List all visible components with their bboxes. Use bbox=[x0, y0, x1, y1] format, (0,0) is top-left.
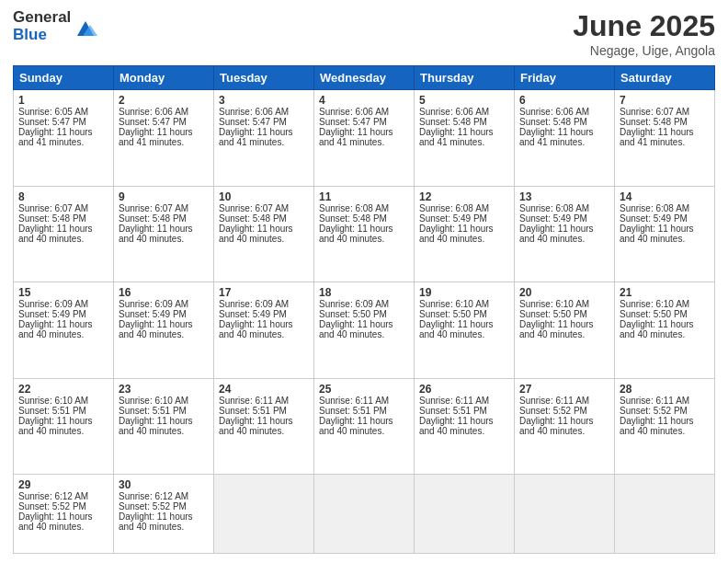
day-number: 21 bbox=[620, 286, 710, 299]
daylight-label: Daylight: 11 hoursand 41 minutes. bbox=[419, 127, 509, 147]
day-number: 27 bbox=[519, 383, 609, 396]
calendar-cell: 8Sunrise: 6:07 AMSunset: 5:48 PMDaylight… bbox=[14, 186, 114, 282]
daylight-label: Daylight: 11 hoursand 40 minutes. bbox=[519, 319, 609, 339]
sunrise-label: Sunrise: 6:08 AM bbox=[419, 203, 509, 213]
sunset-label: Sunset: 5:48 PM bbox=[18, 213, 108, 224]
day-number: 2 bbox=[119, 94, 209, 107]
sunrise-label: Sunrise: 6:11 AM bbox=[319, 396, 409, 406]
day-number: 12 bbox=[419, 190, 509, 203]
sunset-label: Sunset: 5:48 PM bbox=[419, 117, 509, 127]
sunrise-label: Sunrise: 6:06 AM bbox=[419, 107, 509, 117]
header-sunday: Sunday bbox=[14, 66, 114, 90]
sunset-label: Sunset: 5:49 PM bbox=[519, 213, 609, 224]
sunset-label: Sunset: 5:50 PM bbox=[319, 309, 409, 319]
sunset-label: Sunset: 5:51 PM bbox=[219, 406, 309, 416]
daylight-label: Daylight: 11 hoursand 40 minutes. bbox=[219, 416, 309, 436]
sunrise-label: Sunrise: 6:09 AM bbox=[119, 299, 209, 309]
sunset-label: Sunset: 5:48 PM bbox=[620, 117, 710, 127]
week-row-3: 15Sunrise: 6:09 AMSunset: 5:49 PMDayligh… bbox=[14, 282, 715, 379]
day-number: 26 bbox=[419, 383, 509, 396]
sunset-label: Sunset: 5:50 PM bbox=[519, 309, 609, 319]
header-saturday: Saturday bbox=[615, 66, 715, 90]
day-number: 14 bbox=[620, 190, 710, 203]
daylight-label: Daylight: 11 hoursand 41 minutes. bbox=[219, 127, 309, 147]
sunrise-label: Sunrise: 6:11 AM bbox=[219, 396, 309, 406]
day-number: 28 bbox=[620, 383, 710, 396]
sunset-label: Sunset: 5:48 PM bbox=[219, 213, 309, 224]
calendar-cell bbox=[615, 475, 715, 554]
day-number: 9 bbox=[119, 190, 209, 203]
daylight-label: Daylight: 11 hoursand 40 minutes. bbox=[620, 224, 710, 244]
sunrise-label: Sunrise: 6:06 AM bbox=[219, 107, 309, 117]
daylight-label: Daylight: 11 hoursand 40 minutes. bbox=[119, 319, 209, 339]
calendar-cell bbox=[415, 475, 515, 554]
week-row-2: 8Sunrise: 6:07 AMSunset: 5:48 PMDaylight… bbox=[14, 186, 715, 282]
logo-general: General bbox=[13, 9, 71, 27]
header-tuesday: Tuesday bbox=[214, 66, 314, 90]
day-number: 29 bbox=[18, 478, 108, 491]
daylight-label: Daylight: 11 hoursand 41 minutes. bbox=[18, 127, 108, 147]
day-number: 18 bbox=[319, 286, 409, 299]
sunset-label: Sunset: 5:51 PM bbox=[119, 406, 209, 416]
logo-text: General Blue bbox=[13, 9, 71, 43]
logo-icon bbox=[74, 16, 97, 40]
daylight-label: Daylight: 11 hoursand 40 minutes. bbox=[119, 224, 209, 244]
sunset-label: Sunset: 5:47 PM bbox=[219, 117, 309, 127]
daylight-label: Daylight: 11 hoursand 41 minutes. bbox=[319, 127, 409, 147]
daylight-label: Daylight: 11 hoursand 40 minutes. bbox=[319, 416, 409, 436]
sunrise-label: Sunrise: 6:06 AM bbox=[319, 107, 409, 117]
calendar-cell: 12Sunrise: 6:08 AMSunset: 5:49 PMDayligh… bbox=[415, 186, 515, 282]
calendar-cell: 29Sunrise: 6:12 AMSunset: 5:52 PMDayligh… bbox=[14, 475, 114, 554]
day-number: 30 bbox=[119, 478, 209, 491]
sunset-label: Sunset: 5:52 PM bbox=[119, 501, 209, 511]
daylight-label: Daylight: 11 hoursand 41 minutes. bbox=[620, 127, 710, 147]
calendar-cell: 23Sunrise: 6:10 AMSunset: 5:51 PMDayligh… bbox=[114, 378, 214, 475]
sunset-label: Sunset: 5:51 PM bbox=[319, 406, 409, 416]
sunrise-label: Sunrise: 6:07 AM bbox=[219, 203, 309, 213]
weekday-header-row: Sunday Monday Tuesday Wednesday Thursday… bbox=[14, 66, 715, 90]
calendar-table: Sunday Monday Tuesday Wednesday Thursday… bbox=[13, 65, 715, 554]
sunset-label: Sunset: 5:47 PM bbox=[119, 117, 209, 127]
sunrise-label: Sunrise: 6:08 AM bbox=[519, 203, 609, 213]
daylight-label: Daylight: 11 hoursand 40 minutes. bbox=[219, 319, 309, 339]
day-number: 1 bbox=[18, 94, 108, 107]
sunset-label: Sunset: 5:52 PM bbox=[519, 406, 609, 416]
sunset-label: Sunset: 5:48 PM bbox=[519, 117, 609, 127]
sunset-label: Sunset: 5:51 PM bbox=[419, 406, 509, 416]
calendar-cell: 17Sunrise: 6:09 AMSunset: 5:49 PMDayligh… bbox=[214, 282, 314, 379]
header-thursday: Thursday bbox=[415, 66, 515, 90]
daylight-label: Daylight: 11 hoursand 40 minutes. bbox=[519, 416, 609, 436]
calendar-cell: 16Sunrise: 6:09 AMSunset: 5:49 PMDayligh… bbox=[114, 282, 214, 379]
daylight-label: Daylight: 11 hoursand 40 minutes. bbox=[18, 511, 108, 532]
day-number: 20 bbox=[519, 286, 609, 299]
calendar-cell: 2Sunrise: 6:06 AMSunset: 5:47 PMDaylight… bbox=[114, 90, 214, 187]
sunset-label: Sunset: 5:52 PM bbox=[620, 406, 710, 416]
sunset-label: Sunset: 5:49 PM bbox=[219, 309, 309, 319]
calendar-cell: 21Sunrise: 6:10 AMSunset: 5:50 PMDayligh… bbox=[615, 282, 715, 379]
calendar-cell: 20Sunrise: 6:10 AMSunset: 5:50 PMDayligh… bbox=[515, 282, 615, 379]
calendar-cell: 10Sunrise: 6:07 AMSunset: 5:48 PMDayligh… bbox=[214, 186, 314, 282]
sunset-label: Sunset: 5:47 PM bbox=[18, 117, 108, 127]
week-row-5: 29Sunrise: 6:12 AMSunset: 5:52 PMDayligh… bbox=[14, 475, 715, 554]
sunrise-label: Sunrise: 6:09 AM bbox=[219, 299, 309, 309]
sunrise-label: Sunrise: 6:11 AM bbox=[620, 396, 710, 406]
day-number: 13 bbox=[519, 190, 609, 203]
calendar-cell: 1Sunrise: 6:05 AMSunset: 5:47 PMDaylight… bbox=[14, 90, 114, 187]
calendar-cell: 7Sunrise: 6:07 AMSunset: 5:48 PMDaylight… bbox=[615, 90, 715, 187]
daylight-label: Daylight: 11 hoursand 40 minutes. bbox=[18, 224, 108, 244]
sunset-label: Sunset: 5:47 PM bbox=[319, 117, 409, 127]
daylight-label: Daylight: 11 hoursand 40 minutes. bbox=[119, 511, 209, 532]
sunrise-label: Sunrise: 6:10 AM bbox=[18, 396, 108, 406]
calendar-cell: 19Sunrise: 6:10 AMSunset: 5:50 PMDayligh… bbox=[415, 282, 515, 379]
sunrise-label: Sunrise: 6:10 AM bbox=[620, 299, 710, 309]
sunrise-label: Sunrise: 6:12 AM bbox=[119, 491, 209, 501]
day-number: 5 bbox=[419, 94, 509, 107]
day-number: 10 bbox=[219, 190, 309, 203]
daylight-label: Daylight: 11 hoursand 40 minutes. bbox=[419, 224, 509, 244]
calendar-cell: 9Sunrise: 6:07 AMSunset: 5:48 PMDaylight… bbox=[114, 186, 214, 282]
calendar-cell: 5Sunrise: 6:06 AMSunset: 5:48 PMDaylight… bbox=[415, 90, 515, 187]
day-number: 8 bbox=[18, 190, 108, 203]
week-row-1: 1Sunrise: 6:05 AMSunset: 5:47 PMDaylight… bbox=[14, 90, 715, 187]
logo-blue: Blue bbox=[13, 27, 71, 44]
calendar-cell: 25Sunrise: 6:11 AMSunset: 5:51 PMDayligh… bbox=[314, 378, 415, 475]
